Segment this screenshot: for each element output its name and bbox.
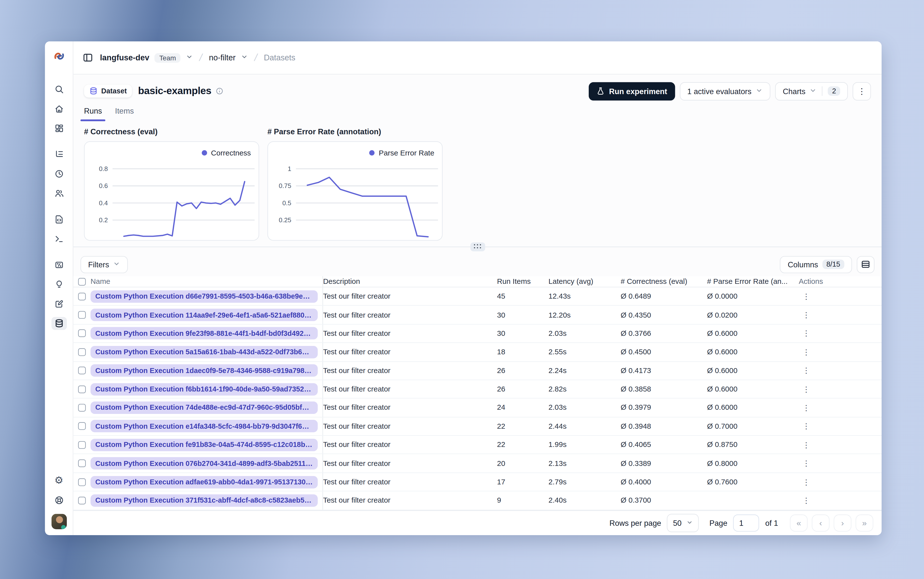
row-checkbox[interactable] [78,422,86,430]
row-actions-menu[interactable]: ⋮ [799,496,814,505]
run-latency: 2.82s [549,380,621,398]
prompts-file-icon[interactable] [51,213,67,226]
row-checkbox[interactable] [78,293,86,300]
run-name-link[interactable]: Custom Python Execution 114aa9ef-29e6-4e… [90,309,318,321]
breadcrumb-section[interactable]: Datasets [264,53,295,62]
column-header-parse-error[interactable]: # Parse Error Rate (an... [707,276,795,287]
datasets-database-icon[interactable] [51,317,67,330]
terminal-icon[interactable] [51,232,67,245]
row-actions-menu[interactable]: ⋮ [799,292,814,301]
rows-per-page-select[interactable]: 50 [667,514,699,532]
column-header-run-items[interactable]: Run Items [497,276,549,287]
table-row[interactable]: Custom Python Execution 5a15a616-1bab-44… [74,343,881,361]
row-actions-menu[interactable]: ⋮ [799,478,814,486]
previous-page-button[interactable]: ‹ [812,514,830,532]
breadcrumb-org[interactable]: langfuse-dev [100,53,149,62]
chevron-down-icon[interactable] [241,53,248,62]
table-row[interactable]: Custom Python Execution e14fa348-5cfc-49… [74,417,881,436]
run-name-link[interactable]: Custom Python Execution f6bb1614-1f90-40… [90,383,318,395]
run-name-link[interactable]: Custom Python Execution 076b2704-341d-48… [90,457,318,469]
info-icon[interactable] [215,87,224,96]
run-items-count: 20 [497,454,549,472]
table-row[interactable]: Custom Python Execution 371f531c-abff-4d… [74,492,881,510]
column-header-correctness[interactable]: # Correctness (eval) [621,276,707,287]
table-row[interactable]: Custom Python Execution 076b2704-341d-48… [74,454,881,473]
settings-gear-icon[interactable]: ⚙ [51,474,67,487]
row-checkbox[interactable] [78,385,86,393]
row-actions-menu[interactable]: ⋮ [799,366,814,375]
dashboards-icon[interactable] [51,122,67,135]
table-row[interactable]: Custom Python Execution 1daec0f9-5e78-43… [74,362,881,380]
run-name-link[interactable]: Custom Python Execution fe91b83e-04a5-47… [90,438,318,451]
sidebar-toggle-icon[interactable] [83,53,93,63]
next-page-button[interactable]: › [834,514,852,532]
row-checkbox[interactable] [78,330,86,337]
chevron-down-icon[interactable] [186,53,193,62]
search-icon[interactable] [51,83,67,96]
row-checkbox[interactable] [78,478,86,486]
resize-grip-handle[interactable] [470,242,485,251]
table-row[interactable]: Custom Python Execution d66e7991-8595-45… [74,287,881,306]
user-avatar[interactable] [51,514,67,529]
row-actions-menu[interactable]: ⋮ [799,403,814,412]
row-checkbox[interactable] [78,441,86,449]
row-actions-menu[interactable]: ⋮ [799,384,814,394]
column-header-description[interactable]: Description [323,276,497,287]
page-number-input[interactable] [733,514,759,532]
row-checkbox[interactable] [78,460,86,467]
first-page-button[interactable]: « [790,514,808,532]
row-checkbox[interactable] [78,497,86,504]
more-actions-menu-button[interactable]: ⋮ [852,82,871,100]
run-name-link[interactable]: Custom Python Execution d66e7991-8595-45… [90,290,318,303]
tab-items[interactable]: Items [115,104,134,121]
row-checkbox[interactable] [78,311,86,319]
run-name-link[interactable]: Custom Python Execution e14fa348-5cfc-49… [90,420,318,432]
run-name-link[interactable]: Custom Python Execution 74de488e-ec9d-47… [90,402,318,414]
table-row[interactable]: Custom Python Execution 9fe23f98-881e-44… [74,324,881,343]
table-row[interactable]: Custom Python Execution 74de488e-ec9d-47… [74,399,881,417]
table-row[interactable]: Custom Python Execution fe91b83e-04a5-47… [74,436,881,454]
run-experiment-button[interactable]: Run experiment [589,82,675,100]
columns-dropdown[interactable]: Columns 8/15 [780,256,852,273]
select-all-checkbox[interactable] [78,278,86,285]
correctness-chart-panel: 0.20.40.60.8 Correctness [84,141,259,240]
charts-dropdown[interactable]: Charts 2 [775,82,848,100]
run-name-link[interactable]: Custom Python Execution 5a15a616-1bab-44… [90,346,318,358]
row-height-icon[interactable] [857,256,875,273]
table-row[interactable]: Custom Python Execution f6bb1614-1f90-40… [74,380,881,399]
support-lifebuoy-icon[interactable] [51,494,67,507]
column-header-name[interactable]: Name [90,276,323,287]
last-page-button[interactable]: » [855,514,873,532]
users-icon[interactable] [51,187,67,200]
run-name-link[interactable]: Custom Python Execution 371f531c-abff-4d… [90,494,318,507]
chevron-down-icon [113,260,120,269]
playground-icon[interactable] [51,258,67,272]
home-icon[interactable] [51,102,67,115]
row-actions-menu[interactable]: ⋮ [799,440,814,449]
annotation-pen-icon[interactable] [51,298,67,311]
table-row[interactable]: Custom Python Execution adfae619-abb0-4d… [74,473,881,492]
sessions-clock-icon[interactable] [51,167,67,180]
row-actions-menu[interactable]: ⋮ [799,422,814,431]
row-checkbox[interactable] [78,348,86,356]
row-actions-menu[interactable]: ⋮ [799,459,814,468]
insights-lightbulb-icon[interactable] [51,278,67,291]
active-evaluators-dropdown[interactable]: 1 active evaluators [680,82,770,100]
filters-dropdown[interactable]: Filters [80,256,128,273]
row-actions-menu[interactable]: ⋮ [799,348,814,357]
run-name-link[interactable]: Custom Python Execution adfae619-abb0-4d… [90,476,318,488]
run-name-link[interactable]: Custom Python Execution 9fe23f98-881e-44… [90,327,318,340]
tab-runs[interactable]: Runs [84,104,102,121]
table-toolbar: Filters Columns 8/15 [80,255,875,274]
row-checkbox[interactable] [78,404,86,411]
run-items-count: 45 [497,287,549,305]
tracing-icon[interactable] [51,148,67,161]
row-actions-menu[interactable]: ⋮ [799,329,814,338]
table-row[interactable]: Custom Python Execution 114aa9ef-29e6-4e… [74,306,881,324]
row-actions-menu[interactable]: ⋮ [799,311,814,319]
row-checkbox[interactable] [78,366,86,374]
breadcrumb-project[interactable]: no-filter [209,53,236,62]
run-name-link[interactable]: Custom Python Execution 1daec0f9-5e78-43… [90,365,318,377]
langfuse-logo-icon[interactable] [52,49,66,63]
column-header-latency[interactable]: Latency (avg) [549,276,621,287]
